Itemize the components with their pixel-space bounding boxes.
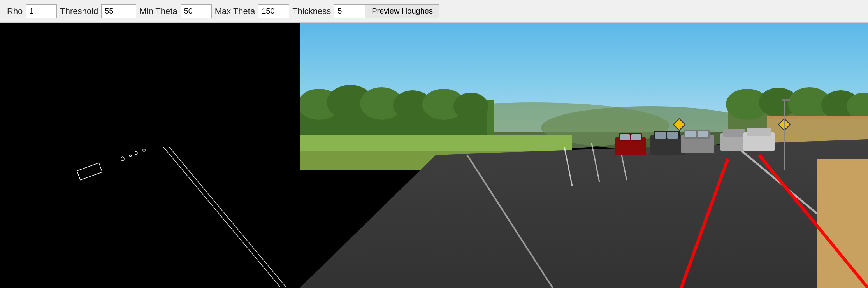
svg-rect-42 — [667, 132, 678, 139]
rho-input[interactable] — [26, 4, 57, 18]
main-area — [0, 23, 868, 288]
right-panel-road-scene — [300, 23, 868, 288]
svg-rect-25 — [767, 116, 868, 119]
svg-rect-54 — [782, 99, 790, 101]
svg-rect-46 — [698, 131, 708, 137]
left-panel-edge-detection — [0, 23, 300, 288]
svg-point-4 — [135, 151, 137, 155]
svg-rect-37 — [620, 134, 630, 140]
svg-point-6 — [130, 155, 132, 157]
svg-point-5 — [143, 149, 145, 151]
svg-rect-55 — [817, 159, 868, 288]
min-theta-label: Min Theta — [136, 6, 180, 16]
svg-point-3 — [121, 157, 124, 161]
threshold-label: Threshold — [57, 6, 101, 16]
rho-label: Rho — [4, 6, 26, 16]
threshold-input[interactable] — [101, 4, 136, 18]
svg-rect-48 — [723, 129, 745, 137]
svg-line-0 — [163, 147, 280, 287]
preview-houghes-button[interactable]: Preview Houghes — [365, 4, 439, 18]
svg-line-1 — [169, 147, 286, 287]
min-theta-input[interactable] — [181, 4, 212, 18]
max-theta-input[interactable] — [258, 4, 289, 18]
max-theta-label: Max Theta — [212, 6, 258, 16]
thickness-input[interactable] — [334, 4, 365, 18]
svg-rect-38 — [631, 134, 641, 140]
toolbar: Rho Threshold Min Theta Max Theta Thickn… — [0, 0, 868, 23]
thickness-label: Thickness — [289, 6, 334, 16]
svg-rect-2 — [77, 163, 102, 180]
svg-rect-45 — [685, 131, 696, 137]
svg-rect-41 — [655, 132, 666, 139]
svg-rect-50 — [747, 128, 771, 136]
svg-point-17 — [453, 93, 488, 120]
